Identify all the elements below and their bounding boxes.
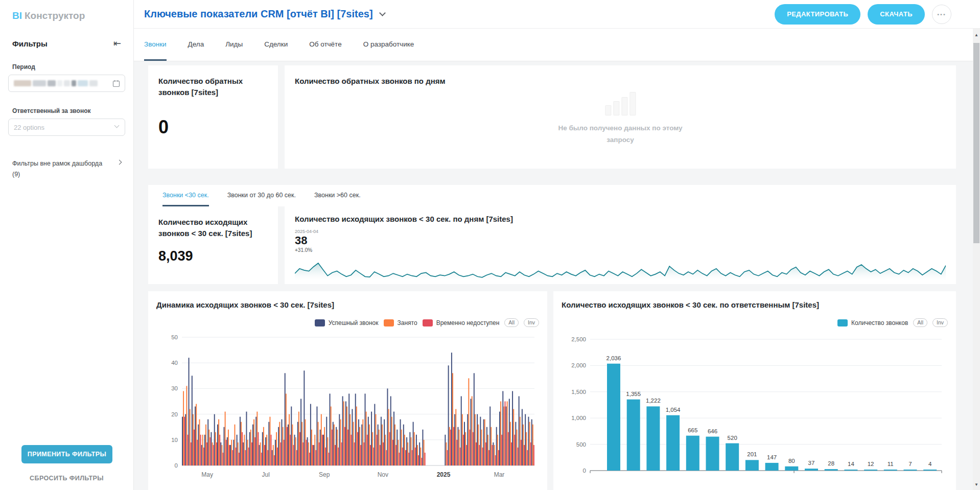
svg-text:2,000: 2,000 — [571, 362, 586, 368]
tab-4[interactable]: Об отчёте — [309, 29, 341, 61]
svg-text:80: 80 — [788, 458, 795, 464]
filters-out-of-scope[interactable]: Фильтры вне рамок дашборда (9) — [0, 158, 133, 180]
responsible-all-button[interactable]: All — [913, 318, 927, 327]
svg-text:May: May — [201, 471, 213, 478]
period-input[interactable] — [8, 75, 125, 92]
vertical-scrollbar[interactable]: ▲ ▼ — [973, 29, 980, 490]
more-options-button[interactable]: ••• — [932, 5, 951, 24]
svg-text:11: 11 — [888, 461, 894, 467]
legend-swatch-busy — [384, 319, 394, 326]
responsible-select-value: 22 options — [14, 124, 44, 131]
svg-text:4: 4 — [928, 461, 932, 467]
dynamics-chart-title: Динамика исходящих звонков < 30 сек. [7s… — [156, 299, 539, 311]
empty-chart-icon — [558, 92, 682, 115]
svg-text:500: 500 — [576, 441, 586, 447]
svg-text:37: 37 — [808, 460, 815, 466]
svg-text:665: 665 — [688, 427, 697, 433]
legend-label-unavailable: Временно недоступен — [436, 319, 500, 326]
svg-text:147: 147 — [767, 454, 777, 460]
svg-text:Jul: Jul — [262, 471, 270, 478]
legend-label-busy: Занято — [398, 319, 417, 326]
sparkline-latest-date: 2025-04-04 — [295, 229, 946, 234]
svg-text:520: 520 — [728, 434, 737, 440]
app-logo: BIКонструктор — [0, 0, 133, 25]
responsible-inv-button[interactable]: Inv — [932, 318, 948, 327]
callback-total-title: Количество обратных звонков [7sites] — [158, 76, 268, 98]
page-header: Ключевые показатели CRM [отчёт BI] [7sit… — [134, 0, 980, 29]
page-title: Ключевые показатели CRM [отчёт BI] [7sit… — [144, 8, 373, 20]
svg-text:50: 50 — [171, 334, 178, 340]
svg-text:1,000: 1,000 — [571, 415, 586, 421]
calendar-icon[interactable] — [112, 80, 120, 87]
legend-swatch-unavailable — [423, 319, 433, 326]
outgoing-daily-title: Количество исходящих звонков < 30 сек. п… — [295, 214, 946, 225]
tab-5[interactable]: О разработчике — [363, 29, 414, 61]
sparkline-delta: +31.0% — [295, 247, 946, 253]
subtab-1[interactable]: Звонки от 30 до 60 сек. — [227, 185, 296, 206]
svg-text:0: 0 — [583, 468, 586, 474]
filters-title: Фильтры — [12, 39, 48, 48]
apply-filters-button[interactable]: ПРИМЕНИТЬ ФИЛЬТРЫ — [21, 445, 112, 463]
scroll-down-icon[interactable]: ▼ — [973, 482, 980, 487]
dynamics-inv-button[interactable]: Inv — [524, 318, 539, 327]
svg-text:Mar: Mar — [494, 471, 505, 478]
callback-total-value: 0 — [158, 116, 268, 138]
scrollbar-thumb[interactable] — [973, 43, 979, 243]
tab-3[interactable]: Сделки — [264, 29, 288, 61]
reset-filters-button[interactable]: СБРОСИТЬ ФИЛЬТРЫ — [0, 475, 133, 482]
period-value-redacted — [14, 80, 98, 86]
svg-text:201: 201 — [747, 451, 757, 457]
svg-text:2025: 2025 — [437, 471, 451, 478]
empty-state-line1: Не было получено данных по этому — [558, 123, 682, 134]
collapse-sidebar-icon[interactable]: ⇤ — [113, 39, 121, 48]
tab-0[interactable]: Звонки — [144, 29, 167, 61]
download-button[interactable]: СКАЧАТЬ — [868, 4, 925, 25]
logo-bi: BI — [12, 10, 22, 21]
dynamics-all-button[interactable]: All — [504, 318, 519, 327]
svg-text:10: 10 — [171, 437, 178, 443]
legend-label-calls: Количество звонков — [851, 319, 908, 326]
period-label: Период — [0, 63, 133, 71]
svg-text:30: 30 — [171, 385, 178, 391]
tab-1[interactable]: Дела — [188, 29, 204, 61]
legend-swatch-calls — [837, 319, 848, 326]
out-of-scope-line1: Фильтры вне рамок дашборда — [12, 158, 102, 169]
svg-text:1,355: 1,355 — [626, 390, 641, 396]
logo-text: Конструктор — [25, 10, 85, 21]
out-of-scope-count: (9) — [12, 169, 102, 180]
subtab-2[interactable]: Звонки >60 сек. — [314, 185, 361, 206]
outgoing-daily-card: Количество исходящих звонков < 30 сек. п… — [285, 206, 956, 284]
tab-2[interactable]: Лиды — [225, 29, 243, 61]
report-switcher-chevron-icon[interactable] — [379, 10, 386, 16]
responsible-select[interactable]: 22 options — [8, 119, 125, 136]
responsible-label: Ответственный за звонок — [0, 107, 133, 114]
sparkline-chart — [295, 261, 946, 282]
empty-state: Не было получено данных по этому запросу — [558, 92, 682, 146]
svg-text:20: 20 — [171, 411, 178, 417]
svg-text:Sep: Sep — [319, 471, 330, 478]
svg-text:14: 14 — [848, 461, 854, 467]
svg-text:646: 646 — [708, 428, 717, 434]
svg-text:1,054: 1,054 — [666, 406, 681, 412]
svg-text:2,500: 2,500 — [571, 336, 586, 342]
legend-swatch-success — [315, 319, 325, 326]
svg-text:1,500: 1,500 — [571, 389, 586, 395]
callback-total-card: Количество обратных звонков [7sites] 0 — [148, 65, 278, 169]
outgoing-total-title: Количество исходящих звонков < 30 сек. [… — [158, 217, 268, 239]
responsible-chart-plot: 05001,0001,5002,0002,5002,0361,3551,2221… — [562, 331, 948, 490]
dynamics-chart-card: Динамика исходящих звонков < 30 сек. [7s… — [148, 291, 547, 490]
svg-text:28: 28 — [828, 460, 834, 466]
call-duration-subtabs: Звонки <30 сек.Звонки от 30 до 60 сек.Зв… — [148, 185, 956, 206]
edit-button[interactable]: РЕДАКТИРОВАТЬ — [775, 4, 860, 25]
responsible-chart-card: Количество исходящих звонков < 30 сек. п… — [553, 291, 956, 490]
responsible-legend: Количество звонков All Inv — [562, 318, 948, 328]
filters-sidebar: BIКонструктор Фильтры ⇤ Период Ответстве… — [0, 0, 134, 490]
callback-daily-card: Количество обратных звонков по дням Не б… — [285, 65, 956, 169]
svg-text:2,036: 2,036 — [606, 355, 621, 361]
legend-label-success: Успешный звонок — [329, 319, 379, 326]
subtab-0[interactable]: Звонки <30 сек. — [162, 185, 209, 206]
svg-text:12: 12 — [868, 461, 874, 467]
svg-text:0: 0 — [175, 462, 178, 469]
scroll-up-icon[interactable]: ▲ — [973, 33, 980, 37]
chevron-down-icon — [114, 123, 120, 128]
